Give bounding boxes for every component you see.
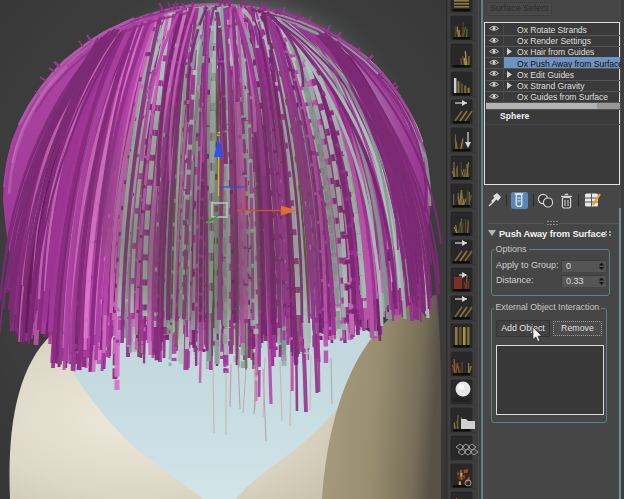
svg-text:z: z [216,129,221,138]
